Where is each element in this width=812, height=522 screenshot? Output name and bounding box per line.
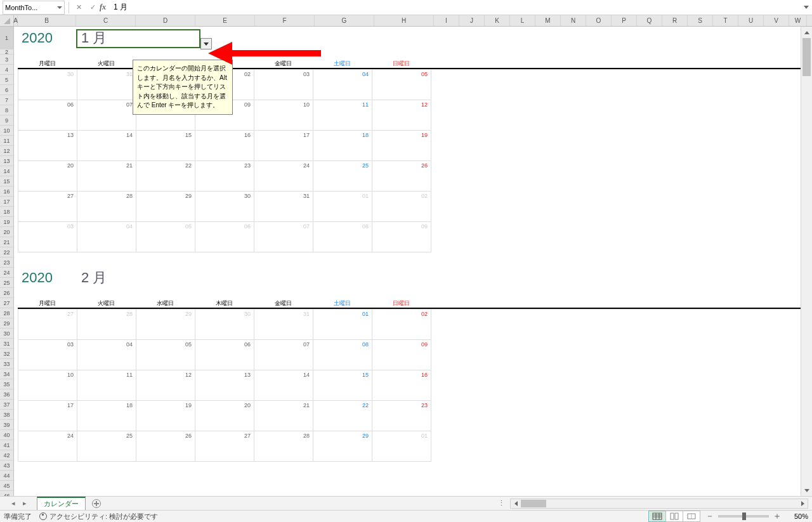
day-cell[interactable]: 15 xyxy=(313,370,372,401)
day-cell[interactable]: 24 xyxy=(18,431,77,462)
day-cell[interactable]: 13 xyxy=(195,370,254,401)
column-header[interactable]: F xyxy=(255,15,315,26)
row-header[interactable]: 16 xyxy=(0,186,14,197)
scroll-track[interactable] xyxy=(802,38,811,485)
name-box[interactable]: MonthTo... xyxy=(3,1,65,15)
row-header[interactable]: 26 xyxy=(0,288,14,298)
scroll-up-button[interactable] xyxy=(801,27,812,38)
day-cell[interactable]: 15 xyxy=(136,131,195,161)
row-header[interactable]: 35 xyxy=(0,379,14,389)
select-all-corner[interactable] xyxy=(0,15,14,26)
row-header[interactable]: 11 xyxy=(0,136,14,146)
fx-label[interactable]: fx xyxy=(100,3,110,12)
chevron-down-icon[interactable] xyxy=(57,6,62,9)
row-header[interactable]: 13 xyxy=(0,156,14,166)
zoom-out-button[interactable]: － xyxy=(705,511,714,522)
day-cell[interactable]: 02 xyxy=(372,192,431,222)
day-cell[interactable]: 14 xyxy=(254,370,313,401)
row-header[interactable]: 18 xyxy=(0,207,14,217)
row-header[interactable]: 37 xyxy=(0,400,14,410)
scroll-thumb[interactable] xyxy=(521,500,546,507)
day-cell[interactable]: 14 xyxy=(77,131,136,161)
row-header[interactable]: 36 xyxy=(0,389,14,400)
zoom-slider[interactable] xyxy=(718,515,769,518)
day-cell[interactable]: 12 xyxy=(136,370,195,401)
day-cell[interactable]: 06 xyxy=(18,100,77,131)
day-cell[interactable]: 08 xyxy=(313,222,372,252)
day-cell[interactable]: 03 xyxy=(254,70,313,100)
row-header[interactable]: 3 xyxy=(0,55,14,65)
view-page-break-button[interactable] xyxy=(683,511,700,522)
row-header[interactable]: 27 xyxy=(0,298,14,308)
day-cell[interactable]: 26 xyxy=(136,431,195,462)
day-cell[interactable]: 23 xyxy=(372,401,431,431)
row-header[interactable]: 31 xyxy=(0,339,14,349)
day-cell[interactable]: 27 xyxy=(195,431,254,462)
day-cell[interactable]: 16 xyxy=(372,370,431,401)
day-cell[interactable]: 29 xyxy=(313,431,372,462)
day-cell[interactable]: 28 xyxy=(77,192,136,222)
column-header[interactable]: S xyxy=(688,15,713,26)
row-header[interactable]: 45 xyxy=(0,481,14,491)
row-header[interactable]: 7 xyxy=(0,95,14,105)
day-cell[interactable]: 04 xyxy=(313,70,372,100)
row-header[interactable]: 34 xyxy=(0,369,14,379)
column-header[interactable]: B xyxy=(18,15,76,26)
column-header[interactable]: R xyxy=(662,15,688,26)
row-header[interactable]: 29 xyxy=(0,318,14,329)
day-cell[interactable]: 16 xyxy=(195,131,254,161)
day-cell[interactable]: 27 xyxy=(18,310,77,340)
horizontal-scrollbar[interactable] xyxy=(510,499,808,509)
day-cell[interactable]: 03 xyxy=(18,340,77,370)
tab-menu[interactable]: ⋮ xyxy=(495,499,508,507)
day-cell[interactable]: 09 xyxy=(372,340,431,370)
column-header[interactable]: D xyxy=(136,15,195,26)
day-cell[interactable]: 20 xyxy=(195,401,254,431)
row-header[interactable]: 38 xyxy=(0,410,14,420)
row-header[interactable]: 1 xyxy=(0,27,14,49)
day-cell[interactable]: 03 xyxy=(18,222,77,252)
row-header[interactable]: 25 xyxy=(0,278,14,288)
row-header[interactable]: 40 xyxy=(0,430,14,440)
scroll-left-button[interactable] xyxy=(511,501,521,506)
scroll-thumb[interactable] xyxy=(802,38,811,76)
vertical-scrollbar[interactable] xyxy=(801,27,812,496)
row-header[interactable]: 19 xyxy=(0,217,14,227)
column-header[interactable]: Q xyxy=(637,15,662,26)
column-header[interactable]: O xyxy=(586,15,612,26)
day-cell[interactable]: 29 xyxy=(136,192,195,222)
day-cell[interactable]: 31 xyxy=(254,192,313,222)
day-cell[interactable]: 25 xyxy=(77,431,136,462)
column-header[interactable]: M xyxy=(535,15,561,26)
day-cell[interactable]: 01 xyxy=(372,431,431,462)
day-cell[interactable]: 21 xyxy=(77,161,136,192)
row-header[interactable]: 43 xyxy=(0,460,14,471)
column-header[interactable]: H xyxy=(374,15,434,26)
column-header[interactable]: J xyxy=(459,15,485,26)
row-header[interactable]: 30 xyxy=(0,329,14,339)
day-cell[interactable]: 01 xyxy=(313,192,372,222)
row-header[interactable]: 17 xyxy=(0,197,14,207)
day-cell[interactable]: 05 xyxy=(136,340,195,370)
row-header[interactable]: 10 xyxy=(0,126,14,136)
row-header[interactable]: 20 xyxy=(0,227,14,237)
row-header[interactable]: 21 xyxy=(0,237,14,247)
day-cell[interactable]: 12 xyxy=(372,100,431,131)
view-page-layout-button[interactable] xyxy=(665,511,683,522)
tab-prev-button[interactable]: ◂ xyxy=(9,499,18,508)
row-header[interactable]: 2 xyxy=(0,49,14,55)
day-cell[interactable]: 18 xyxy=(77,401,136,431)
day-cell[interactable]: 29 xyxy=(136,310,195,340)
day-cell[interactable]: 30 xyxy=(195,192,254,222)
day-cell[interactable]: 05 xyxy=(372,70,431,100)
row-header[interactable]: 33 xyxy=(0,359,14,369)
row-header[interactable]: 28 xyxy=(0,308,14,318)
zoom-in-button[interactable]: ＋ xyxy=(773,511,782,522)
day-cell[interactable]: 20 xyxy=(18,161,77,192)
day-cell[interactable]: 18 xyxy=(313,131,372,161)
day-cell[interactable]: 25 xyxy=(313,161,372,192)
column-header[interactable]: W xyxy=(789,15,807,26)
day-cell[interactable]: 13 xyxy=(18,131,77,161)
day-cell[interactable]: 06 xyxy=(195,340,254,370)
row-header[interactable]: 15 xyxy=(0,176,14,186)
